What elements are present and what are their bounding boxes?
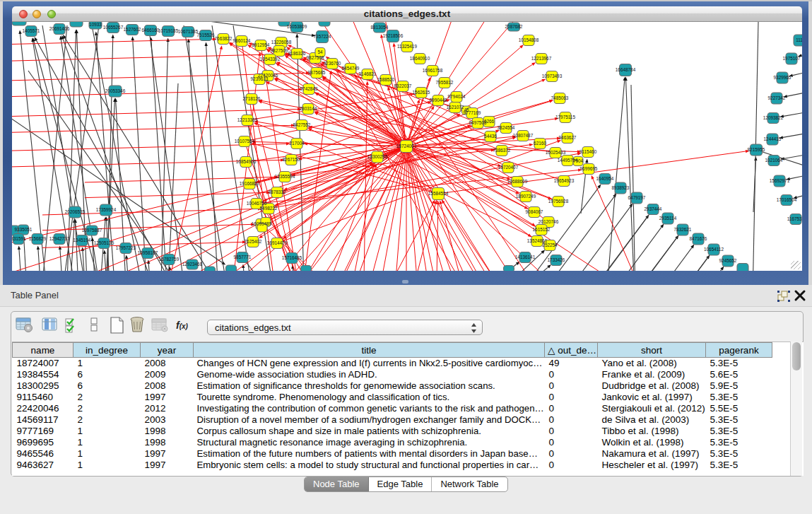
svg-text:7386372: 7386372 [493,148,511,153]
svg-text:10107554: 10107554 [235,139,255,144]
svg-text:10854906: 10854906 [236,159,257,164]
svg-text:18640910: 18640910 [410,56,430,61]
svg-text:1733426: 1733426 [548,257,565,262]
svg-text:10975887: 10975887 [82,228,102,233]
svg-text:1621072: 1621072 [447,105,464,110]
svg-text:12093822: 12093822 [763,115,784,120]
svg-text:2718126: 2718126 [243,96,261,101]
svg-text:7357224: 7357224 [314,34,331,39]
svg-text:17975115: 17975115 [555,115,575,119]
svg-text:20206535: 20206535 [65,209,86,214]
svg-text:20053346: 20053346 [105,88,126,93]
svg-text:7663822: 7663822 [215,36,233,41]
svg-text:1405571: 1405571 [23,28,40,33]
svg-text:8912954: 8912954 [252,42,270,47]
svg-text:12505135: 12505135 [94,240,114,245]
svg-text:9777169: 9777169 [464,110,481,115]
svg-text:1345194: 1345194 [73,238,91,243]
svg-text:6266: 6266 [484,119,495,124]
svg-text:18724007: 18724007 [396,144,417,148]
svg-text:18300295: 18300295 [367,154,388,159]
svg-text:10654112: 10654112 [704,247,724,252]
svg-text:7955812: 7955812 [436,80,454,85]
svg-text:1640954: 1640954 [596,176,614,181]
svg-text:9335051: 9335051 [15,227,33,232]
svg-text:9827509: 9827509 [271,48,288,53]
svg-text:9794024: 9794024 [448,94,466,99]
svg-text:14136141: 14136141 [515,255,536,259]
svg-text:16648784: 16648784 [616,67,636,72]
svg-text:217004: 217004 [289,141,305,146]
svg-text:17957223: 17957223 [116,245,136,250]
svg-text:2937444: 2937444 [645,206,662,211]
svg-text:6479197: 6479197 [628,195,646,200]
svg-text:9827508: 9827508 [307,55,324,60]
svg-text:1021064: 1021064 [765,158,783,163]
svg-text:9860124: 9860124 [233,38,251,43]
svg-text:9236760: 9236760 [324,61,341,66]
svg-text:15692971: 15692971 [770,178,790,183]
svg-text:11325419: 11325419 [397,44,417,49]
svg-text:8454749: 8454749 [342,66,360,71]
svg-text:62160: 62160 [534,141,546,146]
svg-text:9115460: 9115460 [579,149,597,154]
svg-text:8938923: 8938923 [612,185,630,190]
svg-text:2803144: 2803144 [300,106,317,111]
svg-text:19654923: 19654923 [554,178,575,183]
svg-text:1588520: 1588520 [377,77,395,82]
svg-text:7485063: 7485063 [551,95,569,100]
svg-text:17016504: 17016504 [777,197,797,202]
svg-text:12923468: 12923468 [182,262,203,267]
svg-text:9329965: 9329965 [774,75,792,80]
svg-text:10719185: 10719185 [158,28,179,33]
svg-text:16782759: 16782759 [159,257,180,262]
svg-text:8878332: 8878332 [269,189,286,194]
svg-text:8471676: 8471676 [690,236,707,241]
svg-text:6466160: 6466160 [142,28,160,33]
svg-text:19166827: 19166827 [240,181,260,186]
svg-text:16914479: 16914479 [267,240,288,245]
svg-text:10807487: 10807487 [513,133,534,138]
svg-text:20120746: 20120746 [539,219,559,224]
svg-text:252254: 252254 [542,243,558,247]
svg-text:13226058: 13226058 [271,40,292,45]
svg-text:16099489: 16099489 [252,221,272,226]
svg-text:9227342: 9227342 [768,95,786,100]
svg-text:19218506: 19218506 [383,33,404,38]
svg-text:10933: 10933 [89,22,102,27]
svg-text:17359924: 17359924 [96,207,117,212]
svg-text:331591: 331591 [12,236,26,241]
svg-text:9146821: 9146821 [359,71,377,76]
svg-text:15716485: 15716485 [282,255,302,260]
svg-text:7625402: 7625402 [245,239,262,244]
svg-text:12942737: 12942737 [49,236,70,241]
svg-text:9463627: 9463627 [559,135,577,140]
svg-text:19756928: 19756928 [548,199,569,204]
svg-text:12213967: 12213967 [531,56,552,61]
svg-text:10025433: 10025433 [546,150,566,155]
svg-text:15720407: 15720407 [498,165,519,170]
svg-text:8322037: 8322037 [394,83,412,88]
svg-text:10958187: 10958187 [138,250,158,255]
svg-text:8215955: 8215955 [748,147,765,152]
svg-text:18907249: 18907249 [516,194,536,199]
svg-text:9875685: 9875685 [308,70,326,75]
svg-text:1527602: 1527602 [124,27,141,32]
svg-text:20691406: 20691406 [49,26,70,31]
svg-text:10973493: 10973493 [542,74,563,78]
svg-text:2935114: 2935114 [659,216,677,221]
svg-text:15584554: 15584554 [428,191,449,196]
svg-text:10671385: 10671385 [178,29,199,34]
svg-text:9084067: 9084067 [526,209,543,214]
svg-text:10046756: 10046756 [247,201,267,206]
svg-text:10543392: 10543392 [260,57,281,62]
svg-text:8813054: 8813054 [371,25,389,30]
svg-text:1156829: 1156829 [29,236,47,241]
svg-text:8267150: 8267150 [283,157,300,162]
svg-text:1975107: 1975107 [783,56,801,61]
svg-text:54436: 54436 [484,134,497,139]
svg-text:9857771: 9857771 [234,255,252,259]
svg-text:2087682: 2087682 [505,24,523,29]
svg-text:8186326: 8186326 [288,51,306,56]
svg-text:16961758: 16961758 [423,68,443,73]
